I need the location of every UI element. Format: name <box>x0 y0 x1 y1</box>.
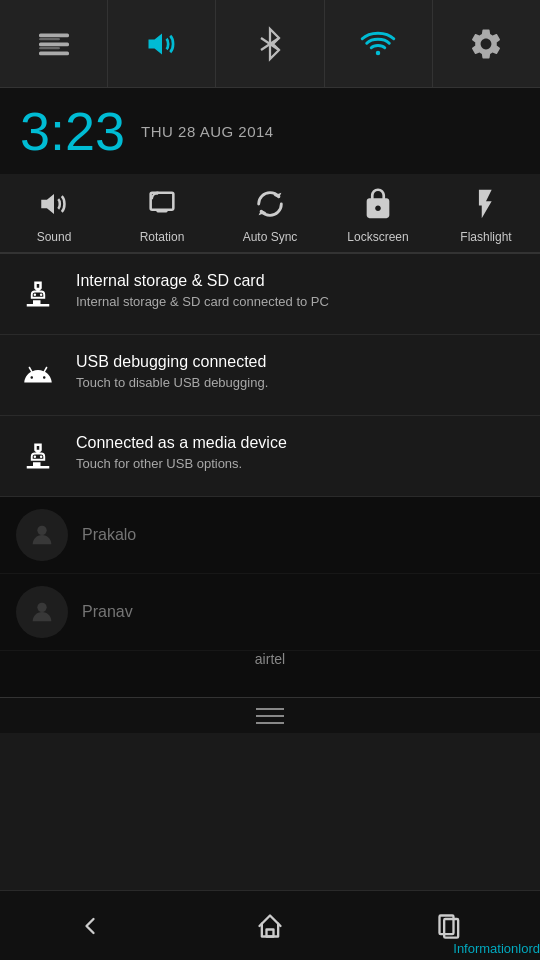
notification-media[interactable]: Connected as a media device Touch for ot… <box>0 416 540 497</box>
hamburger-icon <box>256 708 284 724</box>
wifi-icon <box>360 26 396 62</box>
notification-usb-debug[interactable]: USB debugging connected Touch to disable… <box>0 335 540 416</box>
svg-marker-9 <box>41 194 54 214</box>
autosync-icon <box>250 184 290 224</box>
lockscreen-icon <box>358 184 398 224</box>
quick-settings-row: Sound Rotation Auto Sync <box>0 174 540 254</box>
qs-flashlight[interactable]: Flashlight <box>432 184 540 244</box>
airtel-label: airtel <box>255 651 285 667</box>
svg-rect-2 <box>39 51 69 55</box>
home-icon <box>256 912 284 940</box>
autosync-label: Auto Sync <box>243 230 298 244</box>
svg-marker-5 <box>148 33 162 54</box>
bg-list-item-2: Pranav <box>0 574 540 651</box>
svg-rect-21 <box>267 929 274 936</box>
wifi-icon-button[interactable] <box>325 0 433 87</box>
svg-point-8 <box>376 50 381 55</box>
back-button[interactable] <box>50 901 130 951</box>
svg-rect-4 <box>39 47 60 49</box>
flashlight-icon <box>466 184 506 224</box>
svg-point-17 <box>34 455 37 458</box>
back-icon <box>76 912 104 940</box>
sound-label: Sound <box>37 230 72 244</box>
bluetooth-icon-button[interactable] <box>216 0 324 87</box>
date-display: THU 28 AUG 2014 <box>141 123 274 140</box>
bg-name-1: Prakalo <box>82 526 136 544</box>
recents-button[interactable] <box>410 901 490 951</box>
bluetooth-icon <box>252 26 288 62</box>
flashlight-label: Flashlight <box>460 230 511 244</box>
storage-text: Internal storage & SD card Internal stor… <box>76 272 329 309</box>
svg-point-19 <box>37 526 46 535</box>
svg-point-16 <box>40 293 43 296</box>
svg-rect-11 <box>156 210 167 213</box>
svg-point-15 <box>34 293 37 296</box>
svg-point-18 <box>40 455 43 458</box>
qs-lockscreen[interactable]: Lockscreen <box>324 184 432 244</box>
avatar-prakalo <box>16 509 68 561</box>
time-display: 3:23 <box>20 104 125 158</box>
qs-sound[interactable]: Sound <box>0 184 108 244</box>
app-background: Prakalo Pranav airtel <box>0 497 540 697</box>
lockscreen-label: Lockscreen <box>347 230 408 244</box>
menu-handle[interactable] <box>0 697 540 733</box>
home-button[interactable] <box>230 901 310 951</box>
sound-icon <box>34 184 74 224</box>
bg-list-item-1: Prakalo <box>0 497 540 574</box>
notification-storage[interactable]: Internal storage & SD card Internal stor… <box>0 254 540 335</box>
notification-list: Internal storage & SD card Internal stor… <box>0 254 540 497</box>
volume-icon-button[interactable] <box>108 0 216 87</box>
debug-text: USB debugging connected Touch to disable… <box>76 353 268 390</box>
settings-icon <box>468 26 504 62</box>
menu-icon-button[interactable] <box>0 0 108 87</box>
svg-point-20 <box>37 603 46 612</box>
debug-subtitle: Touch to disable USB debugging. <box>76 375 268 390</box>
svg-rect-1 <box>39 42 69 46</box>
top-bar <box>0 0 540 88</box>
recents-icon <box>436 912 464 940</box>
volume-icon <box>144 26 180 62</box>
svg-rect-0 <box>39 33 69 37</box>
bottom-nav <box>0 890 540 960</box>
avatar-pranav <box>16 586 68 638</box>
menu-icon <box>36 26 72 62</box>
android-debug-icon <box>16 353 60 397</box>
rotation-label: Rotation <box>140 230 185 244</box>
time-section: 3:23 THU 28 AUG 2014 <box>0 88 540 174</box>
usb-storage-icon <box>16 272 60 316</box>
storage-subtitle: Internal storage & SD card connected to … <box>76 294 329 309</box>
storage-title: Internal storage & SD card <box>76 272 329 290</box>
svg-rect-3 <box>39 38 60 40</box>
bg-name-2: Pranav <box>82 603 133 621</box>
rotation-icon <box>142 184 182 224</box>
media-usb-icon <box>16 434 60 478</box>
qs-rotation[interactable]: Rotation <box>108 184 216 244</box>
qs-autosync[interactable]: Auto Sync <box>216 184 324 244</box>
media-text: Connected as a media device Touch for ot… <box>76 434 287 471</box>
media-subtitle: Touch for other USB options. <box>76 456 287 471</box>
settings-icon-button[interactable] <box>433 0 540 87</box>
debug-title: USB debugging connected <box>76 353 268 371</box>
media-title: Connected as a media device <box>76 434 287 452</box>
